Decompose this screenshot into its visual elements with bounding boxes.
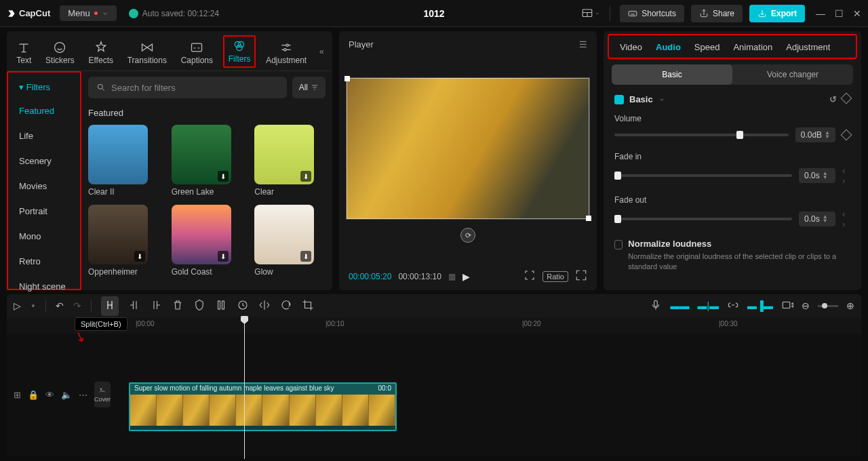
filter-card[interactable]: Clear II <box>88 125 159 197</box>
volume-value[interactable]: 0.0dB▲▼ <box>795 127 835 142</box>
layout-button[interactable] <box>581 7 600 20</box>
player-canvas[interactable]: ⟳ <box>339 58 597 262</box>
mirror-button[interactable] <box>258 299 271 313</box>
filter-all-button[interactable]: All <box>292 77 326 98</box>
reverse-button[interactable] <box>237 299 249 313</box>
collapse-library-button[interactable]: « <box>317 44 327 59</box>
library-content: Search for filters All Featured Clear II… <box>81 71 332 290</box>
subtab-basic[interactable]: Basic <box>612 64 732 85</box>
normalize-loudness[interactable]: Normalize loudness Normalize the origina… <box>614 239 850 273</box>
sidebar-item-featured[interactable]: Featured <box>12 100 76 121</box>
download-icon[interactable]: ⬇ <box>218 171 229 182</box>
split-left-button[interactable] <box>128 299 140 313</box>
video-preview[interactable] <box>346 77 590 220</box>
visibility-icon[interactable]: 👁 <box>45 390 54 400</box>
basic-section-header[interactable]: Basic ↺ <box>614 94 850 104</box>
zoom-in[interactable]: ⊕ <box>846 300 854 311</box>
playhead[interactable] <box>244 317 245 459</box>
player-panel: Player ☰ ⟳ 00:00:05:20 00:00:13:10 ▦ ▶ R… <box>339 31 597 290</box>
filter-card[interactable]: ⬇Glow <box>254 205 326 277</box>
sidebar-item-scenery[interactable]: Scenery <box>12 151 76 172</box>
tab-speed[interactable]: Speed <box>694 42 720 52</box>
player-menu-icon[interactable]: ☰ <box>579 39 587 49</box>
volume-slider[interactable] <box>614 134 789 136</box>
search-input[interactable]: Search for filters <box>88 77 287 98</box>
sync-icon[interactable]: ⟳ <box>460 228 475 243</box>
split-button[interactable] <box>101 296 119 316</box>
share-button[interactable]: Share <box>691 5 743 22</box>
tab-effects[interactable]: Effects <box>85 38 117 68</box>
link-icon[interactable] <box>727 299 739 313</box>
fit-screen-icon[interactable] <box>524 269 536 283</box>
fadein-slider[interactable] <box>614 174 792 177</box>
link-tool-2[interactable]: ▬|▬ <box>697 300 719 311</box>
menu-button[interactable]: Menu <box>60 5 117 21</box>
preview-toggle[interactable] <box>781 299 793 313</box>
minimize-button[interactable]: — <box>816 8 825 19</box>
crop-button[interactable] <box>302 299 314 313</box>
fadeout-slider[interactable] <box>614 218 792 220</box>
ratio-button[interactable]: Ratio <box>542 271 568 282</box>
undo-button[interactable]: ↶ <box>56 300 64 311</box>
keyframe-icon[interactable] <box>841 129 852 141</box>
mute-icon[interactable]: 🔈 <box>61 390 72 400</box>
timeline-tracks[interactable]: ⊞ 🔒 👁 🔈 ⋯ Cover Super slow motion of fal… <box>7 334 861 456</box>
magnet-icon[interactable]: ▬▐▬ <box>747 300 773 311</box>
shortcuts-button[interactable]: Shortcuts <box>620 5 684 22</box>
video-clip[interactable]: Super slow motion of falling autumn mapl… <box>129 382 397 431</box>
maximize-button[interactable]: ☐ <box>835 8 844 19</box>
add-track-icon[interactable]: ⊞ <box>14 390 21 400</box>
download-icon[interactable]: ⬇ <box>300 251 311 262</box>
fullscreen-icon[interactable] <box>575 269 587 283</box>
lock-track-icon[interactable]: 🔒 <box>28 390 39 400</box>
columns-icon[interactable]: ▦ <box>448 272 456 281</box>
zoom-slider[interactable] <box>818 305 838 307</box>
fadein-value[interactable]: 0.0s▲▼ <box>799 168 835 183</box>
fadeout-value[interactable]: 0.0s▲▼ <box>799 212 835 226</box>
add-marker-button[interactable] <box>193 299 205 313</box>
tab-audio[interactable]: Audio <box>656 42 681 52</box>
download-icon[interactable]: ⬇ <box>134 251 145 262</box>
section-heading: Featured <box>88 108 326 118</box>
rotate-button[interactable] <box>280 299 292 313</box>
more-icon[interactable]: ⋯ <box>79 390 87 400</box>
play-button[interactable]: ▶ <box>462 271 470 282</box>
sidebar-item-retro[interactable]: Retro <box>12 251 76 272</box>
timeline-ruler[interactable]: |00:00 |00:10 |00:20 |00:30 <box>7 317 861 334</box>
zoom-out[interactable]: ⊖ <box>802 300 810 311</box>
filter-card[interactable]: ⬇Green Lake <box>172 125 243 197</box>
split-right-button[interactable] <box>150 299 162 313</box>
tab-adjustment-insp[interactable]: Adjustment <box>786 42 830 52</box>
mic-icon[interactable] <box>650 299 662 313</box>
tab-filters[interactable]: Filters <box>223 35 256 68</box>
tab-transitions[interactable]: Transitions <box>123 38 171 68</box>
delete-button[interactable] <box>172 299 184 313</box>
sidebar-item-life[interactable]: Life <box>12 125 76 146</box>
tab-animation[interactable]: Animation <box>733 42 772 52</box>
download-icon[interactable]: ⬇ <box>300 171 311 182</box>
tab-captions[interactable]: Captions <box>177 38 217 68</box>
cover-button[interactable]: Cover <box>94 382 111 407</box>
sidebar-item-portrait[interactable]: Portrait <box>12 201 76 222</box>
select-tool[interactable]: ▷ <box>14 300 21 311</box>
tab-adjustment[interactable]: Adjustment <box>262 38 311 68</box>
normalize-checkbox[interactable] <box>614 240 623 249</box>
sidebar-item-mono[interactable]: Mono <box>12 226 76 247</box>
filter-card[interactable]: ⬇Gold Coast <box>172 205 243 277</box>
redo-button[interactable]: ↷ <box>73 300 81 311</box>
filter-card[interactable]: ⬇Clear <box>254 125 326 197</box>
export-button[interactable]: Export <box>749 5 805 22</box>
subtab-voice-changer[interactable]: Voice changer <box>732 64 853 85</box>
filter-card[interactable]: ⬇Oppenheimer <box>88 205 159 277</box>
reset-icon[interactable]: ↺ <box>829 94 837 104</box>
tab-video[interactable]: Video <box>620 42 642 52</box>
tab-text[interactable]: Text <box>12 38 35 68</box>
link-tool-1[interactable]: ▬▬ <box>670 300 689 311</box>
crop-tool[interactable] <box>215 299 227 313</box>
keyframe-icon[interactable] <box>841 93 852 104</box>
basic-checkbox[interactable] <box>614 95 624 104</box>
close-button[interactable]: ✕ <box>853 8 861 19</box>
sidebar-item-movies[interactable]: Movies <box>12 176 76 197</box>
download-icon[interactable]: ⬇ <box>218 251 229 262</box>
tab-stickers[interactable]: Stickers <box>41 38 79 68</box>
